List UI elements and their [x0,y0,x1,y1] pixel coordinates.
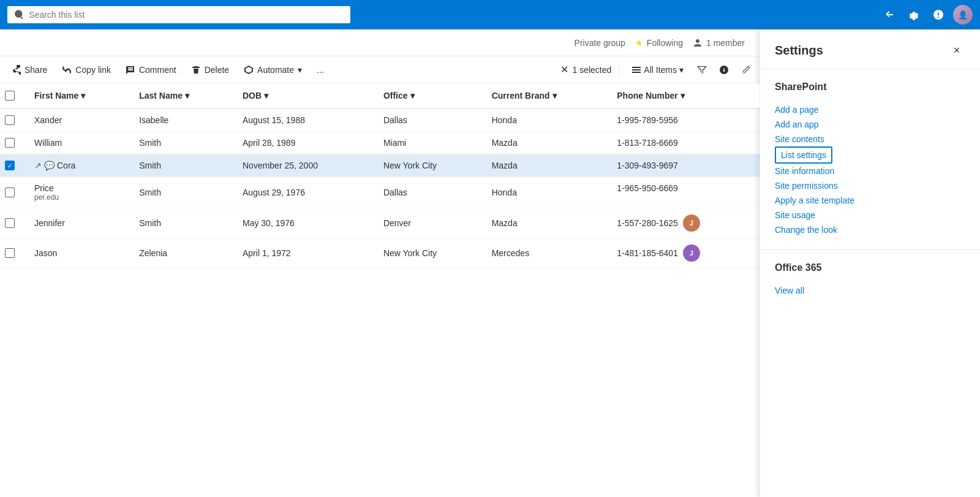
delete-button[interactable]: Delete [185,61,235,78]
office-cell: New York City [374,238,482,268]
comment-button[interactable]: Comment [119,61,183,78]
close-settings-button[interactable]: × [948,42,965,59]
last-name-cell: Smith [129,132,233,154]
dob-cell: August 29, 1976 [233,177,374,208]
last-name-cell: Smith [129,154,233,177]
col-header-brand: Current Brand ▾ [482,83,608,108]
col-header-office-label: Office [383,91,408,101]
table-row[interactable]: JenniferSmithMay 30, 1976DenverMazda1-55… [0,208,760,238]
last-name-cell: Smith [129,177,233,208]
col-header-first-name: First Name ▾ [24,83,129,108]
more-button[interactable]: ... [311,61,330,78]
brand-cell: Honda [482,108,608,132]
office365-links: View all [775,283,965,298]
search-icon [15,10,24,20]
copy-link-button[interactable]: Copy link [56,61,117,78]
settings-link-view-all[interactable]: View all [775,283,965,298]
table-row[interactable]: ✓↗💬CoraSmithNovember 25, 2000New York Ci… [0,154,760,177]
settings-link-site-permissions[interactable]: Site permissions [775,178,965,193]
office-cell: Denver [374,208,482,238]
selected-count: 1 selected [572,65,611,75]
avatar[interactable]: 👤 [953,5,973,25]
edit-icon[interactable] [737,61,755,78]
row-checkbox[interactable] [5,138,15,148]
settings-link-site-information[interactable]: Site information [775,164,965,178]
brand-cell: Mercedes [482,238,608,268]
table-row[interactable]: Priceper.eduSmithAugust 29, 1976DallasHo… [0,177,760,208]
select-all-checkbox[interactable] [5,91,15,101]
table-row[interactable]: JasonZeleniaApril 1, 1972New York CityMe… [0,238,760,268]
email-partial: per.edu [34,193,119,202]
search-input[interactable] [29,10,343,20]
following-label: Following [647,38,683,48]
following-button[interactable]: ★ Following [635,38,683,48]
settings-link-site-usage[interactable]: Site usage [775,208,965,222]
automate-chevron: ▾ [298,65,302,75]
help-icon[interactable] [929,5,948,25]
clear-selection-button[interactable]: ✕ [560,64,568,75]
col-header-last-name: Last Name ▾ [129,83,233,108]
all-items-label: All Items [644,65,677,75]
brand-cell: Mazda [482,154,608,177]
automate-button[interactable]: Automate ▾ [238,61,308,78]
view-dropdown[interactable]: All Items ▾ [627,63,688,77]
col-sort-icon-first-name[interactable]: ▾ [81,91,85,101]
settings-link-change-look[interactable]: Change the look [775,222,965,237]
last-name-cell: Smith [129,208,233,238]
settings-panel: Settings × SharePoint Add a pageAdd an a… [760,29,980,497]
settings-link-add-app[interactable]: Add an app [775,117,965,132]
more-label: ... [317,65,324,75]
settings-link-site-contents[interactable]: Site contents [775,132,965,146]
dob-cell: April 1, 1972 [233,238,374,268]
filter-icon[interactable] [693,61,710,78]
close-icon: × [954,44,960,57]
col-sort-icon-dob[interactable]: ▾ [264,91,268,101]
phone-cell: 1-965-950-6669 [617,183,678,193]
settings-icon[interactable] [904,5,924,25]
search-box[interactable] [7,6,350,23]
phone-cell: 1-309-493-9697 [617,161,678,170]
table-row[interactable]: WilliamSmithApril 28, 1989MiamiMazda1-81… [0,132,760,154]
dob-cell: August 15, 1988 [233,108,374,132]
first-name-cell: Jason [24,238,129,268]
last-name-cell: Isabelle [129,108,233,132]
share-button[interactable]: Share [5,61,53,78]
table-header-row: First Name ▾ Last Name ▾ [0,83,760,108]
row-checkbox[interactable] [5,188,15,197]
first-name-cell: Priceper.edu [24,177,129,208]
copy-link-icon [62,65,72,75]
first-name-cell: Jennifer [24,208,129,238]
settings-link-apply-template[interactable]: Apply a site template [775,193,965,208]
selected-info: ✕ 1 selected [560,64,611,75]
office365-section: Office 365 View all [760,249,980,310]
settings-body: SharePoint Add a pageAdd an appSite cont… [760,69,980,497]
data-table: First Name ▾ Last Name ▾ [0,83,760,268]
member-icon [693,38,703,48]
member-info: 1 member [693,38,745,48]
col-header-phone-label: Phone Number [617,91,678,101]
col-sort-icon-last-name[interactable]: ▾ [185,91,189,101]
settings-link-add-page[interactable]: Add a page [775,102,965,117]
copy-link-label: Copy link [75,65,111,75]
row-checkbox[interactable] [5,248,15,258]
back-icon[interactable] [880,5,899,25]
main-layout: Private group ★ Following 1 member [0,29,980,497]
row-share-icon[interactable]: ↗ [34,161,42,170]
col-header-dob-label: DOB [243,91,262,101]
info-icon[interactable] [715,61,733,78]
row-comment-icon[interactable]: 💬 [44,161,55,170]
avatar-image: 👤 [953,5,973,25]
row-checkbox[interactable] [5,115,15,125]
checkbox-col-header [0,83,24,108]
comment-icon [126,65,135,75]
dob-cell: May 30, 1976 [233,208,374,238]
row-checkbox[interactable] [5,218,15,228]
col-sort-icon-office[interactable]: ▾ [410,91,415,101]
col-sort-icon-brand[interactable]: ▾ [552,91,557,101]
table-row[interactable]: XanderIsabelleAugust 15, 1988DallasHonda… [0,108,760,132]
phone-cell: 1-995-789-5956 [617,115,678,125]
col-sort-icon-phone[interactable]: ▾ [680,91,685,101]
settings-link-list-settings[interactable]: List settings [775,146,832,164]
content-area: Private group ★ Following 1 member [0,29,760,497]
row-checkbox[interactable]: ✓ [5,161,15,170]
